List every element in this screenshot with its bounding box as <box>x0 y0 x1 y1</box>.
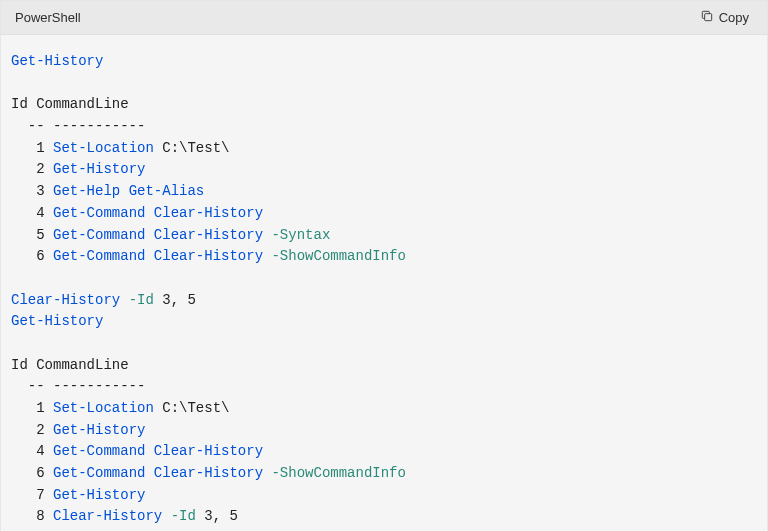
table-row: 1 <box>11 140 53 156</box>
cmdlet: Get-Alias <box>129 183 205 199</box>
cmdlet: Get-History <box>53 422 145 438</box>
language-label: PowerShell <box>15 10 81 25</box>
code-body: Get-History Id CommandLine -- ----------… <box>1 35 767 531</box>
code-block: PowerShell Copy Get-History Id CommandLi… <box>0 0 768 531</box>
cmdlet: Clear-History <box>154 443 263 459</box>
cmdlet: Get-Command <box>53 205 145 221</box>
table-dashes: -- ----------- <box>11 378 145 394</box>
table-row: 8 <box>11 508 53 524</box>
text: 3, 5 <box>154 292 196 308</box>
table-header: Id CommandLine <box>11 357 129 373</box>
table-header: Id CommandLine <box>11 96 129 112</box>
cmdlet: Clear-History <box>53 508 162 524</box>
table-row: 5 <box>11 227 53 243</box>
parameter: -Id <box>129 292 154 308</box>
table-row: 3 <box>11 183 53 199</box>
table-row: 7 <box>11 487 53 503</box>
cmdlet: Clear-History <box>154 205 263 221</box>
cmdlet: Get-Command <box>53 443 145 459</box>
copy-label: Copy <box>719 10 749 25</box>
cmdlet: Clear-History <box>11 292 120 308</box>
cmdlet: Set-Location <box>53 400 154 416</box>
cmdlet: Get-History <box>53 487 145 503</box>
table-row: 6 <box>11 248 53 264</box>
cmdlet: Clear-History <box>154 248 263 264</box>
cmdlet: Get-Help <box>53 183 120 199</box>
table-dashes: -- ----------- <box>11 118 145 134</box>
cmdlet: Get-History <box>53 161 145 177</box>
cmdlet: Clear-History <box>154 227 263 243</box>
parameter: -ShowCommandInfo <box>271 465 405 481</box>
table-row: 2 <box>11 161 53 177</box>
cmdlet: Get-History <box>11 53 103 69</box>
cmdlet: Clear-History <box>154 465 263 481</box>
cmdlet: Get-Command <box>53 227 145 243</box>
parameter: -ShowCommandInfo <box>271 248 405 264</box>
svg-rect-0 <box>704 14 711 21</box>
text: 3, 5 <box>196 508 238 524</box>
parameter: -Syntax <box>271 227 330 243</box>
copy-button[interactable]: Copy <box>696 7 753 28</box>
cmdlet: Get-History <box>11 313 103 329</box>
table-row: 2 <box>11 422 53 438</box>
cmdlet: Get-Command <box>53 248 145 264</box>
cmdlet: Get-Command <box>53 465 145 481</box>
table-row: 6 <box>11 465 53 481</box>
copy-icon <box>700 9 714 26</box>
table-row: 4 <box>11 205 53 221</box>
text: C:\Test\ <box>154 400 230 416</box>
table-row: 4 <box>11 443 53 459</box>
table-row: 1 <box>11 400 53 416</box>
parameter: -Id <box>171 508 196 524</box>
code-header: PowerShell Copy <box>1 1 767 35</box>
cmdlet: Set-Location <box>53 140 154 156</box>
text: C:\Test\ <box>154 140 230 156</box>
